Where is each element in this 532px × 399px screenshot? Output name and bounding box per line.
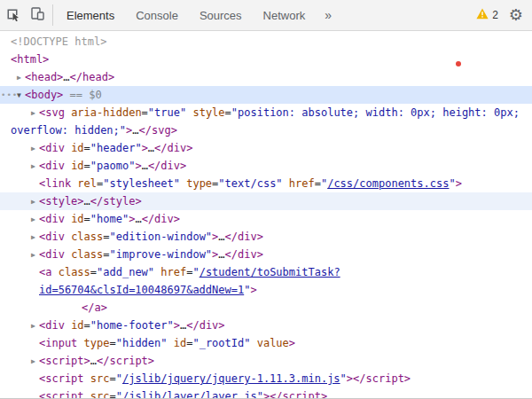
dom-tree-row[interactable]: ▶<div class="edition-window">…</div> bbox=[0, 228, 532, 246]
syntax-val: " bbox=[449, 177, 455, 190]
syntax-val: overflow: hidden;" bbox=[11, 124, 126, 137]
dom-tree-row[interactable]: <a class="add_new" href="/student/toSubm… bbox=[0, 263, 532, 281]
dom-tree-row[interactable]: ▶<svg aria-hidden="true" style="position… bbox=[0, 104, 532, 121]
syntax-tag: <div bbox=[39, 248, 65, 261]
dom-tree-row[interactable]: <script src="/jslib/layer/layer.js"></sc… bbox=[0, 387, 532, 398]
syntax-eq: = bbox=[109, 372, 115, 385]
expand-arrow-icon[interactable]: ▶ bbox=[27, 105, 39, 121]
row-actions-dots[interactable]: ••• bbox=[1, 86, 18, 104]
dom-tree-row[interactable]: <link rel="stylesheet" type="text/css" h… bbox=[0, 175, 532, 192]
syntax-tag: > bbox=[142, 142, 148, 154]
dom-tree-row[interactable]: </a> bbox=[0, 299, 532, 317]
syntax-attr: type bbox=[77, 337, 109, 349]
syntax-val: "stylesheet" bbox=[103, 177, 180, 190]
syntax-val: "position: absolute; width: 0px; height:… bbox=[231, 106, 520, 119]
syntax-tag: > bbox=[250, 284, 256, 296]
inspect-icon bbox=[4, 5, 20, 25]
dom-tree-row[interactable]: overflow: hidden;">…</svg> bbox=[0, 121, 532, 139]
syntax-tag: <link bbox=[39, 177, 71, 190]
inspect-element-button[interactable] bbox=[0, 3, 25, 27]
syntax-tag: </head> bbox=[70, 71, 115, 83]
expand-arrow-icon[interactable]: ▶ bbox=[27, 140, 39, 157]
syntax-link[interactable]: /student/toSubmitTask? bbox=[200, 266, 340, 278]
expand-arrow-icon[interactable]: ▶ bbox=[27, 211, 39, 228]
syntax-marker: == $0 bbox=[63, 89, 101, 101]
syntax-attr: href bbox=[154, 266, 186, 278]
syntax-link[interactable]: id=56704&clsId=10048697&addNew=1 bbox=[39, 284, 244, 296]
syntax-attr: src bbox=[84, 372, 110, 385]
syntax-tag: <style> bbox=[39, 195, 84, 207]
syntax-doctype: <!DOCTYPE html> bbox=[11, 35, 106, 48]
syntax-eq: = bbox=[103, 248, 109, 261]
syntax-dots: … bbox=[84, 195, 90, 207]
dom-tree-row[interactable]: ▶<div id="paomo">…</div> bbox=[0, 157, 532, 175]
gear-icon[interactable]: ⚙ bbox=[509, 7, 523, 23]
syntax-dots: … bbox=[218, 248, 224, 261]
expand-arrow-icon[interactable]: ▶ bbox=[27, 246, 39, 263]
syntax-eq: = bbox=[84, 319, 90, 332]
syntax-attr: id bbox=[65, 213, 84, 225]
syntax-tag: </a> bbox=[82, 301, 107, 314]
dom-tree-row[interactable]: ▶<head>…</head> bbox=[0, 68, 532, 86]
dom-tree-row[interactable]: <input type="hidden" id="_rootId" value> bbox=[0, 334, 532, 352]
syntax-eq: = bbox=[84, 213, 90, 225]
syntax-tag: <script> bbox=[39, 355, 90, 367]
syntax-val: " bbox=[116, 372, 122, 385]
syntax-link[interactable]: /jslib/jquery/jquery-1.11.3.min.js bbox=[122, 372, 340, 385]
dom-tree-row[interactable]: ▶<div id="home-footer">…</div> bbox=[0, 317, 532, 334]
syntax-dots: … bbox=[63, 71, 69, 83]
syntax-attr: rel bbox=[71, 177, 97, 190]
syntax-attr: id bbox=[65, 160, 84, 172]
tab-sources[interactable]: Sources bbox=[189, 0, 253, 31]
syntax-val: " bbox=[192, 266, 199, 278]
dom-tree-row[interactable]: ▶<div id="home">…</div> bbox=[0, 210, 532, 228]
tab-elements[interactable]: Elements bbox=[56, 0, 125, 31]
expand-arrow-icon[interactable]: ▶ bbox=[27, 353, 39, 370]
syntax-tag: <div bbox=[39, 231, 65, 243]
expand-arrow-icon[interactable]: ▶ bbox=[27, 229, 39, 246]
syntax-dots: … bbox=[218, 231, 224, 243]
syntax-dots: … bbox=[142, 160, 148, 172]
syntax-attr: id bbox=[65, 142, 84, 154]
syntax-val: "header" bbox=[90, 142, 142, 154]
syntax-tag: </script> bbox=[270, 390, 327, 398]
syntax-attr: id bbox=[65, 319, 84, 332]
syntax-tag: </script> bbox=[97, 355, 154, 367]
syntax-tag: </div> bbox=[225, 231, 263, 243]
expand-arrow-icon[interactable]: ▶ bbox=[27, 193, 39, 210]
tab-network[interactable]: Network bbox=[253, 0, 317, 31]
dom-tree-row[interactable]: ▶<script>…</script> bbox=[0, 352, 532, 370]
syntax-tag: </div> bbox=[148, 160, 186, 172]
dom-tree[interactable]: <!DOCTYPE html><html>▶<head>…</head>•••▼… bbox=[0, 31, 532, 398]
expand-arrow-icon[interactable]: ▶ bbox=[27, 158, 39, 175]
syntax-tag: <html> bbox=[11, 53, 49, 66]
syntax-tag: </div> bbox=[154, 142, 192, 154]
dom-tree-row[interactable]: <!DOCTYPE html> bbox=[0, 33, 532, 51]
syntax-eq: = bbox=[84, 160, 90, 172]
dom-tree-row[interactable]: ▶<style>…</style> bbox=[0, 192, 532, 210]
syntax-val: "text/css" bbox=[218, 177, 282, 190]
syntax-tag: > bbox=[456, 177, 462, 190]
syntax-tag: <script bbox=[39, 372, 84, 385]
syntax-attr: type bbox=[180, 177, 212, 190]
dom-tree-row[interactable]: <html> bbox=[0, 51, 532, 68]
dom-tree-row[interactable]: <script src="/jslib/jquery/jquery-1.11.3… bbox=[0, 370, 532, 387]
syntax-link[interactable]: /css/components.css bbox=[327, 177, 449, 190]
syntax-attr: value bbox=[250, 337, 288, 349]
expand-arrow-icon[interactable]: ▶ bbox=[13, 69, 25, 86]
syntax-tag: <a bbox=[39, 266, 51, 278]
syntax-tag: <div bbox=[39, 319, 65, 332]
dom-tree-row[interactable]: •••▼<body> == $0 bbox=[0, 86, 532, 104]
dom-tree-row[interactable]: id=56704&clsId=10048697&addNew=1"> bbox=[0, 281, 532, 299]
syntax-link[interactable]: /jslib/layer/layer.js bbox=[122, 390, 257, 398]
dom-tree-row[interactable]: ▶<div id="header">…</div> bbox=[0, 139, 532, 157]
expand-arrow-icon[interactable]: ▶ bbox=[27, 317, 39, 334]
toolbar-right: 2 ⚙ bbox=[476, 7, 532, 23]
syntax-tag: <svg bbox=[39, 106, 65, 119]
dom-tree-row[interactable]: ▶<div class="improve-window">…</div> bbox=[0, 246, 532, 263]
syntax-eq: = bbox=[84, 142, 90, 154]
more-tabs-button[interactable]: » bbox=[316, 8, 340, 22]
warnings-indicator[interactable]: 2 bbox=[476, 8, 498, 22]
tab-console[interactable]: Console bbox=[125, 0, 189, 31]
device-toolbar-button[interactable] bbox=[25, 3, 50, 27]
